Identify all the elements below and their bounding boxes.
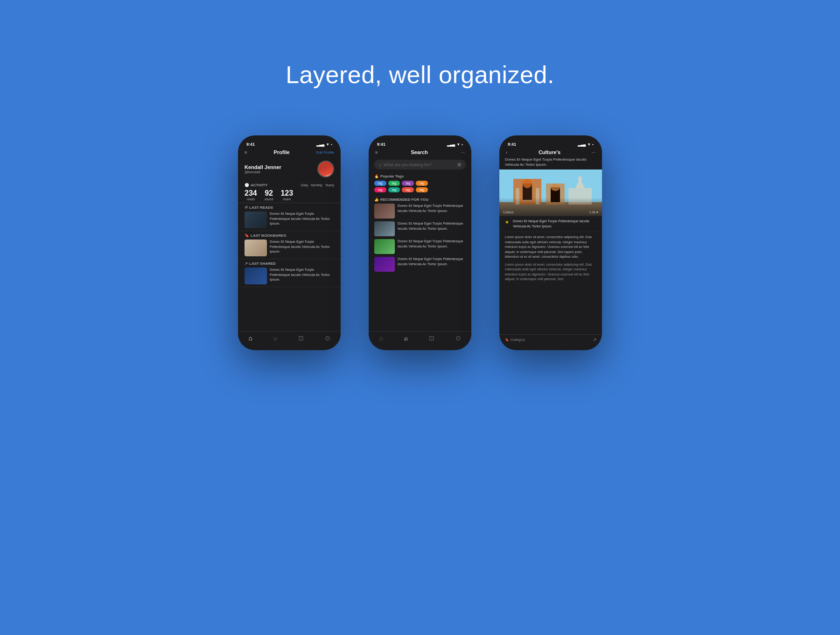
signal-icon-2: ▂▃▄ <box>447 142 455 147</box>
tag-8[interactable]: tag <box>416 187 428 192</box>
rec-item-1[interactable]: Donec Et Neque Eget Turpis Pellentesque … <box>374 204 466 219</box>
menu-icon-2[interactable]: ≡ <box>375 150 378 155</box>
last-bookmarks-section: 🔖 LAST BOOKMARKS Donec Et Neque Eget Tur… <box>238 231 341 259</box>
last-bookmarks-item[interactable]: Donec Et Neque Eget Turpis Pellentesque … <box>245 240 334 256</box>
culture-bottom-bar: 🔖 #category ↗ <box>499 334 602 345</box>
bookmarks-thumb <box>245 240 267 256</box>
rec-item-2[interactable]: Donec Et Neque Eget Turpis Pellentesque … <box>374 221 466 236</box>
more-icon-3[interactable]: ··· <box>592 150 595 155</box>
status-time-3: 9:41 <box>508 142 516 147</box>
more-icon-2[interactable]: ··· <box>461 150 465 155</box>
status-icons-1: ▂▃▄ ▼ ▪ <box>316 142 332 147</box>
rec-text-2: Donec Et Neque Eget Turpis Pellentesque … <box>398 221 466 231</box>
bookmark-tab[interactable]: ⊡ <box>298 334 304 342</box>
shared-card-text: Donec Et Neque Eget Turpis Pellentesque … <box>270 268 334 282</box>
phone-search: 9:41 ▂▃▄ ▼ ▪ ≡ Search ··· ⌕ What are you… <box>369 135 471 350</box>
rec-item-3[interactable]: Donec Et Neque Eget Turpis Pellentesque … <box>374 239 466 254</box>
hero-label-right: 1.2k ♥ <box>589 211 598 214</box>
notch-3 <box>537 135 565 143</box>
bookmarks-card-text: Donec Et Neque Eget Turpis Pellentesque … <box>270 240 334 254</box>
reads-label: reads <box>245 198 257 201</box>
stat-saved: 92 saved <box>265 189 273 201</box>
tag-2[interactable]: tag <box>388 181 400 186</box>
activity-header: 🕐 ACTIVITY Daily Monthly Yearly <box>245 183 334 187</box>
battery-icon-3: ▪ <box>592 142 594 147</box>
share-button[interactable]: ↗ <box>593 337 596 342</box>
last-reads-item[interactable]: Donec Et Neque Eget Turpis Pellentesque … <box>245 212 334 228</box>
notch-1 <box>275 135 303 143</box>
tag-3[interactable]: tag <box>402 181 414 186</box>
status-time-2: 9:41 <box>377 142 385 147</box>
user-name: Kendall Jenner <box>245 164 314 170</box>
home-tab-2[interactable]: ⌂ <box>379 334 383 342</box>
activity-label: 🕐 ACTIVITY <box>245 183 267 187</box>
rec-thumb-1 <box>374 204 395 219</box>
search-tab[interactable]: ⌕ <box>273 334 277 342</box>
avatar-image <box>318 162 333 176</box>
search-input[interactable]: What are you looking for? <box>384 162 455 167</box>
filter-icon[interactable]: ⊞ <box>457 162 461 167</box>
last-bookmarks-title: 🔖 LAST BOOKMARKS <box>245 233 334 238</box>
clock-icon: 🕐 <box>245 183 249 187</box>
avatar <box>317 161 334 177</box>
svg-point-12 <box>578 176 582 182</box>
profile-tab-2[interactable]: ⊙ <box>455 334 461 342</box>
tab-yearly[interactable]: Yearly <box>325 183 334 187</box>
tag-6[interactable]: tag <box>388 187 400 192</box>
tag-7[interactable]: tag <box>402 187 414 192</box>
rec-text-3: Donec Et Neque Eget Turpis Pellentesque … <box>398 239 466 249</box>
status-icons-2: ▂▃▄ ▼ ▪ <box>447 142 463 147</box>
home-tab[interactable]: ⌂ <box>248 334 252 342</box>
status-icons-3: ▂▃▄ ▼ ▪ <box>578 142 594 147</box>
recommended-icon: 👍 <box>374 198 379 202</box>
saved-value: 92 <box>265 189 273 198</box>
phones-container: 9:41 ▂▃▄ ▼ ▪ ≡ Profile Edit Profile Kend… <box>238 135 602 350</box>
activity-tabs[interactable]: Daily Monthly Yearly <box>301 183 334 187</box>
rec-thumb-2 <box>374 221 395 236</box>
status-time-1: 9:41 <box>246 142 255 147</box>
body-paragraph: Lorem ipsum dolor sit amet, consectetur … <box>505 235 596 260</box>
stat-share: 123 share <box>280 189 293 201</box>
tags-row-1: tag tag tag tag <box>374 181 466 186</box>
italic-paragraph: Lorem ipsum dolor sit amet, consectetur … <box>505 262 596 282</box>
rec-text-1: Donec Et Neque Eget Turpis Pellentesque … <box>398 204 466 213</box>
rec-item-4[interactable]: Donec Et Neque Eget Turpis Pellentesque … <box>374 257 466 272</box>
category-tag[interactable]: 🔖 #category <box>505 338 525 342</box>
profile-tab[interactable]: ⊙ <box>325 334 330 342</box>
nav-title-search: Search <box>411 149 428 155</box>
edit-profile-button[interactable]: Edit Profile <box>316 150 334 155</box>
tab-bar-1: ⌂ ⌕ ⊡ ⊙ <box>238 331 341 345</box>
article-title: Donec Et Neque Eget Turpis Pellentesque … <box>499 157 602 169</box>
screen-culture: Donec Et Neque Eget Turpis Pellentesque … <box>499 157 602 334</box>
quote-block: ★ Donec Et Neque Eget Turpis Pellentesqu… <box>499 216 602 232</box>
tag-1[interactable]: tag <box>374 181 386 186</box>
tab-monthly[interactable]: Monthly <box>311 183 322 187</box>
user-handle: @kendall <box>245 170 314 174</box>
rec-thumb-4 <box>374 257 395 272</box>
bookmark-small-icon: 🔖 <box>505 338 509 342</box>
tag-4[interactable]: tag <box>416 181 428 186</box>
back-icon[interactable]: ‹ <box>506 150 507 155</box>
last-shared-item[interactable]: Donec Et Neque Eget Turpis Pellentesque … <box>245 268 334 284</box>
share-list-icon: ↗ <box>245 261 248 266</box>
reads-value: 234 <box>245 189 257 198</box>
star-icon: ★ <box>505 219 509 225</box>
saved-label: saved <box>265 198 273 201</box>
profile-name: Kendall Jenner @kendall <box>245 164 314 174</box>
bookmark-tab-2[interactable]: ⊡ <box>429 334 434 342</box>
search-bar[interactable]: ⌕ What are you looking for? ⊞ <box>374 160 466 169</box>
shared-thumb <box>245 268 267 284</box>
popular-tags-label: 🔥 Popular Tags <box>374 174 466 178</box>
nav-bar-culture: ‹ Culture's ··· <box>499 148 602 157</box>
tag-5[interactable]: tag <box>374 187 386 192</box>
battery-icon-2: ▪ <box>462 142 463 147</box>
tab-daily[interactable]: Daily <box>301 183 308 187</box>
signal-icon: ▂▃▄ <box>316 142 325 147</box>
search-tab-2[interactable]: ⌕ <box>404 334 408 342</box>
menu-icon[interactable]: ≡ <box>245 150 247 155</box>
tags-row-2: tag tag tag tag <box>374 187 466 192</box>
rec-text-4: Donec Et Neque Eget Turpis Pellentesque … <box>398 257 466 267</box>
popular-tags-section: 🔥 Popular Tags tag tag tag tag tag tag t… <box>369 172 471 196</box>
svg-point-9 <box>551 183 560 191</box>
screen-profile: Kendall Jenner @kendall 🕐 ACTIVITY Daily <box>238 157 341 331</box>
